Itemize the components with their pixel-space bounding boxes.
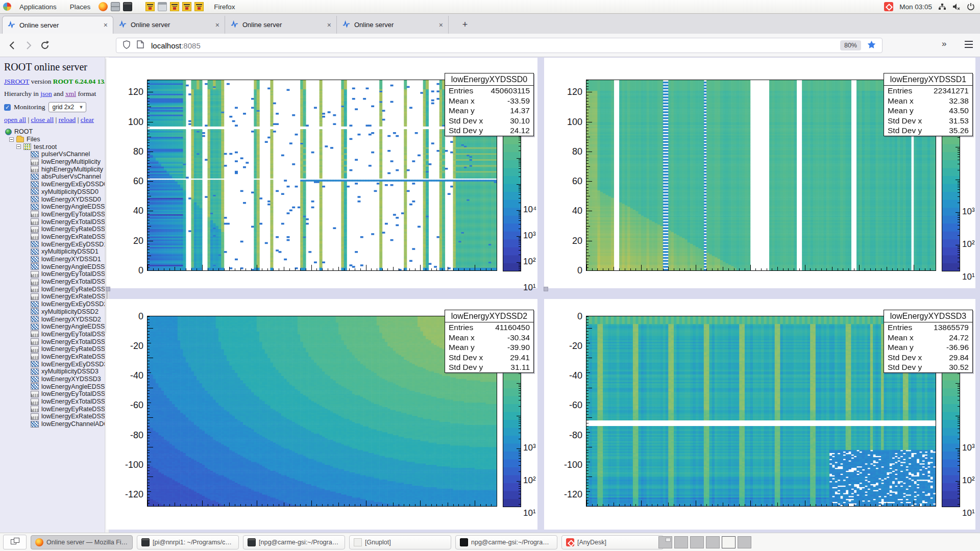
xml-link[interactable]: xml bbox=[65, 90, 76, 97]
taskbar-button-3[interactable]: [npg@carme-gsi:~/Programs/caenl... bbox=[243, 535, 345, 549]
tree-item-label[interactable]: lowEnergyEyRateDSSD2 bbox=[41, 345, 105, 353]
tree-item-label[interactable]: pulserVsChannel bbox=[41, 151, 90, 158]
json-link[interactable]: json bbox=[40, 90, 52, 97]
applications-menu[interactable]: Applications bbox=[14, 3, 62, 11]
taskbar-button-5[interactable]: npg@carme-gsi:~/Programs/CAR... bbox=[455, 535, 557, 549]
grid-layout-select[interactable]: grid 2x2▼ bbox=[48, 102, 86, 112]
back-button[interactable] bbox=[6, 39, 18, 52]
tree-item-label[interactable]: xyMultiplicityDSSD3 bbox=[41, 368, 99, 375]
stats-box-lowEnergyXYDSSD1[interactable]: lowEnergyXYDSSD1Entries22341271Mean x32.… bbox=[884, 73, 973, 136]
midas-launcher-icon[interactable] bbox=[182, 2, 191, 11]
tree-item-label[interactable]: xyMultiplicityDSSD1 bbox=[41, 248, 99, 255]
tree-item-label[interactable]: test.root bbox=[34, 143, 57, 151]
workspace-cell-3[interactable] bbox=[690, 536, 704, 548]
power-icon[interactable] bbox=[967, 3, 975, 11]
taskbar-button-2[interactable]: [pi@nnrpi1: ~/Programs/caenlogg... bbox=[137, 535, 239, 549]
workspace-cell-5[interactable] bbox=[722, 536, 736, 548]
places-menu[interactable]: Places bbox=[65, 3, 96, 11]
tree-item-label[interactable]: lowEnergyEyRateDSSD0 bbox=[41, 226, 105, 233]
tree-item-label[interactable]: highEnergyMultiplicity bbox=[41, 166, 103, 173]
tree-item-label[interactable]: lowEnergyXYDSSD1 bbox=[41, 256, 101, 263]
stats-box-lowEnergyXYDSSD0[interactable]: lowEnergyXYDSSD0Entries450603115Mean x-3… bbox=[445, 73, 534, 136]
tree-item-label[interactable]: lowEnergyExRateDSSD1 bbox=[41, 293, 105, 300]
tree-item-label[interactable]: lowEnergyExTotalDSSD0 bbox=[41, 218, 105, 226]
tree-item-label[interactable]: lowEnergyEyRateDSSD3 bbox=[41, 406, 105, 413]
tree-item-label[interactable]: lowEnergyExTotalDSSD3 bbox=[41, 398, 105, 405]
monitoring-checkbox[interactable]: ✓ bbox=[4, 104, 11, 111]
volume-muted-icon[interactable] bbox=[952, 3, 961, 11]
tree-item-label[interactable]: lowEnergyExEyDSSD0 bbox=[41, 181, 105, 188]
app-menu-button[interactable] bbox=[965, 41, 973, 48]
tree-item-label[interactable]: lowEnergyExTotalDSSD1 bbox=[41, 278, 105, 285]
url-text[interactable]: localhost:8085 bbox=[151, 41, 840, 50]
firefox-launcher-icon[interactable] bbox=[99, 2, 108, 11]
file-manager-launcher-icon[interactable] bbox=[111, 2, 120, 11]
pad-resize-handle[interactable] bbox=[106, 287, 110, 291]
workspace-cell-2[interactable] bbox=[674, 536, 688, 548]
tree-item-label[interactable]: lowEnergyXYDSSD3 bbox=[41, 375, 101, 383]
tree-item-label[interactable]: lowEnergyXYDSSD0 bbox=[41, 196, 101, 203]
shield-icon[interactable] bbox=[122, 40, 131, 51]
tab-online-server-4[interactable]: Online server× bbox=[337, 16, 449, 34]
tree-collapse-toggle[interactable] bbox=[9, 137, 14, 142]
tab-online-server-1[interactable]: Online server× bbox=[2, 16, 113, 34]
action-clear[interactable]: clear bbox=[81, 116, 94, 123]
tree-item-label[interactable]: lowEnergyAngleEDSSD1 bbox=[41, 263, 105, 270]
midas-launcher-icon[interactable] bbox=[145, 2, 155, 11]
tree-item-label[interactable]: lowEnergyAngleEDSSD2 bbox=[41, 323, 105, 330]
reload-button[interactable] bbox=[39, 39, 51, 52]
tab-close-icon[interactable]: × bbox=[104, 21, 108, 29]
pad-resize-handle[interactable] bbox=[544, 287, 548, 291]
clock[interactable]: Mon 03:05 bbox=[899, 3, 932, 11]
workspace-cell-4[interactable] bbox=[706, 536, 720, 548]
stats-box-lowEnergyXYDSSD2[interactable]: lowEnergyXYDSSD2Entries41160450Mean x-30… bbox=[445, 310, 534, 373]
action-reload[interactable]: reload bbox=[59, 116, 76, 123]
jsroot-link[interactable]: JSROOT bbox=[4, 78, 29, 85]
system-tool-launcher-icon[interactable] bbox=[158, 2, 167, 11]
tree-item-label[interactable]: lowEnergyExRateDSSD2 bbox=[41, 353, 105, 360]
page-info-icon[interactable] bbox=[137, 40, 144, 51]
zoom-level-badge[interactable]: 80% bbox=[840, 40, 861, 51]
tree-item-label[interactable]: lowEnergyXYDSSD2 bbox=[41, 316, 101, 323]
action-open-all[interactable]: open all bbox=[4, 116, 26, 123]
tree-item-label[interactable]: lowEnergyEyTotalDSSD3 bbox=[41, 390, 105, 397]
bookmark-star-icon[interactable] bbox=[867, 40, 876, 51]
taskbar-button-6[interactable]: [AnyDesk] bbox=[561, 535, 664, 549]
tree-item-label[interactable]: lowEnergyExEyDSSD1 bbox=[41, 241, 105, 248]
tree-collapse-toggle[interactable] bbox=[16, 144, 21, 149]
tab-online-server-2[interactable]: Online server× bbox=[114, 16, 225, 34]
tab-close-icon[interactable]: × bbox=[215, 21, 219, 29]
tree-item-label[interactable]: lowEnergyExRateDSSD0 bbox=[41, 233, 105, 240]
distro-menu-icon[interactable] bbox=[3, 3, 11, 11]
show-desktop-button[interactable] bbox=[3, 535, 27, 549]
tree-item-label[interactable]: Files bbox=[27, 136, 40, 143]
network-icon[interactable] bbox=[938, 3, 946, 11]
forward-button[interactable] bbox=[22, 39, 35, 52]
tree-item-label[interactable]: lowEnergyExEyDSSD2 bbox=[41, 300, 105, 308]
midas-launcher-icon[interactable] bbox=[194, 2, 204, 11]
stats-box-lowEnergyXYDSSD3[interactable]: lowEnergyXYDSSD3Entries13865579Mean x24.… bbox=[884, 310, 973, 373]
tab-online-server-3[interactable]: Online server× bbox=[226, 16, 337, 34]
tree-item-label[interactable]: lowEnergyEyTotalDSSD1 bbox=[41, 270, 105, 278]
tree-item-label[interactable]: lowEnergyEyRateDSSD1 bbox=[41, 286, 105, 293]
tree-item-label[interactable]: lowEnergyAngleEDSSD0 bbox=[41, 203, 105, 210]
url-bar[interactable]: localhost:8085 80% bbox=[116, 38, 883, 53]
midas-launcher-icon[interactable] bbox=[170, 2, 179, 11]
tree-item-label[interactable]: lowEnergyEyTotalDSSD0 bbox=[41, 211, 105, 218]
tree-item-label[interactable]: lowEnergyAngleEDSSD3 bbox=[41, 383, 105, 390]
anydesk-tray-icon[interactable] bbox=[884, 2, 893, 11]
tree-item-label[interactable]: lowEnergyExRateDSSD3 bbox=[41, 413, 105, 420]
tree-item-label[interactable]: lowEnergyExEyDSSD3 bbox=[41, 361, 105, 368]
action-close-all[interactable]: close all bbox=[31, 116, 54, 123]
new-tab-button[interactable]: + bbox=[458, 18, 472, 32]
taskbar-button-4[interactable]: [Gnuplot] bbox=[349, 535, 451, 549]
tree-item-label[interactable]: xyMultiplicityDSSD2 bbox=[41, 308, 99, 315]
tree-item-label[interactable]: ROOT bbox=[14, 128, 33, 135]
workspace-cell-1[interactable] bbox=[658, 536, 672, 548]
tree-item-label[interactable]: xyMultiplicityDSSD0 bbox=[41, 188, 99, 195]
tab-close-icon[interactable]: × bbox=[439, 21, 443, 29]
tree-item-label[interactable]: lowEnergyEyTotalDSSD2 bbox=[41, 331, 105, 338]
tree-item-label[interactable]: lowEnergyExTotalDSSD2 bbox=[41, 338, 105, 345]
terminal-launcher-icon[interactable] bbox=[123, 2, 132, 11]
taskbar-button-1[interactable]: Online server — Mozilla Firefox bbox=[31, 535, 133, 549]
